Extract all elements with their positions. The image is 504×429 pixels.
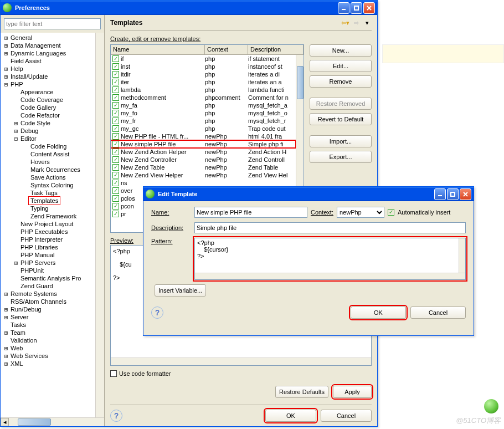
auto-insert-checkbox[interactable]: ✓ (388, 209, 394, 216)
tree-item[interactable]: ⊞Code Style (1, 119, 95, 127)
tree-item[interactable]: Zend Framework (1, 212, 95, 220)
tree-item[interactable]: ⊞Team (1, 329, 95, 336)
table-row[interactable]: ✓my_gcphpTrap code out (111, 125, 296, 132)
tree-item[interactable]: RSS/Atom Channels (1, 298, 95, 305)
tree-item[interactable]: ⊞General (1, 34, 95, 42)
table-row[interactable]: ✓iterphpiterates an a (111, 78, 296, 86)
dialog-ok-button[interactable]: OK (351, 307, 406, 319)
tree-item[interactable]: Syntax Coloring (1, 181, 95, 189)
tree-scrollbar-v[interactable] (95, 33, 104, 417)
row-checkbox[interactable]: ✓ (112, 141, 119, 147)
table-row[interactable]: ✓my_faphpmysql_fetch_a (111, 101, 296, 109)
table-row[interactable]: ✓my_frphpmysql_fetch_r (111, 117, 296, 125)
tree-item[interactable]: ⊞Web Services (1, 352, 95, 360)
new-button[interactable]: New... (310, 44, 372, 57)
titlebar[interactable]: Preferences (1, 1, 377, 15)
tree-item[interactable]: Code Folding (1, 142, 95, 150)
tree-item[interactable]: Tasks (1, 321, 95, 329)
table-row[interactable]: ✓New Zend View HelpernewPhpZend View Hel (111, 171, 296, 179)
row-checkbox[interactable]: ✓ (112, 195, 119, 202)
table-row[interactable]: ✓New Zend TablenewPhpZend Table (111, 164, 296, 171)
apply-button[interactable]: Apply (333, 386, 372, 398)
table-row[interactable]: ✓New Zend Action HelpernewPhpZend Action… (111, 148, 296, 156)
row-checkbox[interactable]: ✓ (112, 149, 119, 155)
dialog-minimize-button[interactable] (434, 188, 446, 200)
nav-back-icon[interactable]: ⇦▾ (341, 18, 349, 27)
row-checkbox[interactable]: ✓ (112, 118, 119, 124)
row-checkbox[interactable]: ✓ (112, 71, 119, 78)
tree-item[interactable]: Hovers (1, 158, 95, 166)
dialog-cancel-button[interactable]: Cancel (410, 307, 466, 319)
tree-item[interactable]: ⊞Web (1, 344, 95, 352)
dialog-maximize-button[interactable] (447, 188, 459, 200)
insert-variable-button[interactable]: Insert Variable... (155, 284, 206, 297)
tree-item[interactable]: Mark Occurrences (1, 166, 95, 173)
col-description[interactable]: Description (248, 45, 304, 54)
row-checkbox[interactable]: ✓ (112, 187, 119, 194)
tree-item[interactable]: Semantic Analysis Pro (1, 274, 95, 282)
table-row[interactable]: ✓itdirphpiterates a di (111, 70, 296, 78)
tree-item[interactable]: ⊞Install/Update (1, 73, 95, 80)
use-code-formatter-checkbox[interactable] (110, 370, 117, 377)
minimize-button[interactable] (338, 2, 349, 14)
tree-item[interactable]: Zend Guard (1, 282, 95, 290)
tree-item[interactable]: ⊞Remote Systems (1, 290, 95, 298)
tree-item[interactable]: Task Tags (1, 189, 95, 197)
tree-item[interactable]: ⊞Run/Debug (1, 305, 95, 313)
tree-item[interactable]: PHP Manual (1, 251, 95, 259)
description-input[interactable] (194, 222, 466, 233)
import-button[interactable]: Import... (310, 135, 372, 147)
pattern-textarea[interactable]: <?php ${cursor} ?> (194, 238, 466, 280)
remove-button[interactable]: Remove (310, 75, 372, 88)
table-row[interactable]: ✓my_fophpmysql_fetch_o (111, 109, 296, 117)
tree-item[interactable]: PHP Interpreter (1, 236, 95, 243)
tree-item[interactable]: ⊞XML (1, 360, 95, 367)
table-row[interactable]: ✓lambdaphplambda functi (111, 86, 296, 94)
tree-item[interactable]: Save Actions (1, 173, 95, 181)
row-checkbox[interactable]: ✓ (112, 94, 119, 101)
tree-item[interactable]: Code Coverage (1, 96, 95, 104)
table-row[interactable]: ✓New PHP file - HTML fr...newPhphtml 4.0… (111, 132, 296, 140)
tree-item[interactable]: ⊞Debug (1, 127, 95, 135)
maximize-button[interactable] (351, 2, 362, 14)
pattern-scrollbar-h[interactable] (195, 273, 465, 279)
col-name[interactable]: Name (111, 45, 205, 54)
close-button[interactable] (363, 2, 375, 14)
tree-item[interactable]: Content Assist (1, 150, 95, 158)
help-icon[interactable]: ? (110, 410, 122, 422)
table-row[interactable]: ✓ifphpif statement (111, 55, 296, 63)
filter-input[interactable] (4, 18, 101, 29)
preferences-tree[interactable]: ⊞General⊞Data Management⊞Dynamic Languag… (1, 33, 95, 417)
row-checkbox[interactable]: ✓ (112, 79, 119, 85)
edit-button[interactable]: Edit... (310, 60, 372, 72)
tree-item[interactable]: Code Refactor (1, 111, 95, 119)
row-checkbox[interactable]: ✓ (112, 110, 119, 116)
pattern-scrollbar-v[interactable] (459, 238, 465, 273)
tree-item[interactable]: Templates (1, 197, 95, 205)
nav-menu-icon[interactable]: ▾ (363, 18, 372, 27)
tree-item[interactable]: Appearance (1, 88, 95, 96)
row-checkbox[interactable]: ✓ (112, 125, 119, 132)
dialog-titlebar[interactable]: Edit Template (143, 187, 474, 201)
row-checkbox[interactable]: ✓ (112, 164, 119, 171)
table-row[interactable]: ✓methodcommentphpcommentComment for n (111, 94, 296, 101)
row-checkbox[interactable]: ✓ (112, 203, 119, 210)
tree-item[interactable]: PHP Libraries (1, 243, 95, 251)
row-checkbox[interactable]: ✓ (112, 156, 119, 163)
table-row[interactable]: ✓New Zend ControllernewPhpZend Controll (111, 156, 296, 164)
tree-item[interactable]: ⊞Data Management (1, 42, 95, 49)
dialog-help-icon[interactable]: ? (151, 307, 163, 319)
tree-item[interactable]: Typing (1, 205, 95, 212)
tree-item[interactable]: Validation (1, 336, 95, 344)
name-input[interactable] (194, 207, 307, 218)
tree-item[interactable]: ⊟Editor (1, 135, 95, 142)
table-row[interactable]: ✓ns (111, 179, 296, 187)
revert-to-default-button[interactable]: Revert to Default (310, 113, 372, 125)
table-row[interactable]: ✓instphpinstanceof st (111, 63, 296, 70)
cancel-button[interactable]: Cancel (321, 410, 372, 422)
row-checkbox[interactable]: ✓ (112, 133, 119, 140)
row-checkbox[interactable]: ✓ (112, 172, 119, 178)
row-checkbox[interactable]: ✓ (112, 180, 119, 186)
tree-item[interactable]: ⊞Help (1, 65, 95, 73)
row-checkbox[interactable]: ✓ (112, 102, 119, 109)
